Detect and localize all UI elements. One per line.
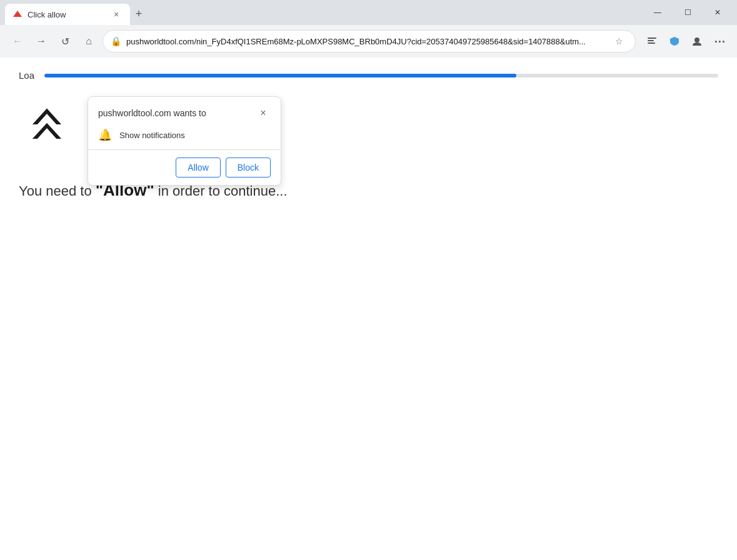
progress-bar-container [44,74,718,78]
progress-bar-fill [44,74,516,78]
block-button[interactable]: Block [226,158,271,178]
back-button[interactable]: ← [8,31,28,51]
forward-button[interactable]: → [31,31,51,51]
bell-icon: 🔔 [98,128,112,142]
svg-marker-0 [13,11,22,17]
message-before: You need to [19,183,96,199]
loading-text: Loa [19,70,34,81]
url-text: pushworldtool.com/nin_FyD4xfQI1SREm68Mz-… [126,37,605,46]
svg-marker-5 [33,109,61,124]
new-tab-button[interactable]: + [130,5,148,22]
svg-rect-2 [648,40,654,41]
lock-icon: 🔒 [111,36,121,46]
svg-rect-1 [648,38,656,39]
popup-close-button[interactable]: × [256,106,271,121]
refresh-button[interactable]: ↺ [55,31,75,51]
toolbar-buttons: ⋯ [642,31,729,51]
page-content: Loa You need to "Allow" in order to cont… [0,58,737,560]
tab-close-button[interactable]: × [110,8,123,21]
allow-button[interactable]: Allow [176,158,220,178]
browser-tab[interactable]: Click allow × [5,4,130,25]
close-button[interactable]: ✕ [703,3,732,22]
svg-rect-3 [648,42,655,44]
double-chevron-logo [19,106,75,143]
popup-notification-row: 🔔 Show notifications [88,126,281,149]
address-bar: ← → ↺ ⌂ 🔒 pushworldtool.com/nin_FyD4xfQI… [0,25,737,58]
url-bar[interactable]: 🔒 pushworldtool.com/nin_FyD4xfQI1SREm68M… [103,30,636,52]
reading-list-button[interactable] [642,31,662,51]
tab-title: Click allow [28,10,66,19]
svg-point-4 [694,38,699,42]
tab-favicon [13,9,23,19]
notification-text: Show notifications [119,131,185,140]
bookmark-icon[interactable]: ☆ [610,32,628,50]
notification-popup: pushworldtool.com wants to × 🔔 Show noti… [88,96,281,186]
minimize-button[interactable]: — [643,3,672,22]
profile-button[interactable] [687,31,707,51]
window-controls: — ☐ ✕ [643,3,732,22]
popup-header: pushworldtool.com wants to × [88,97,281,126]
browser-window: Click allow × + — ☐ ✕ ← → ↺ ⌂ 🔒 pushworl… [0,0,737,560]
menu-button[interactable]: ⋯ [709,31,729,51]
home-button[interactable]: ⌂ [79,31,99,51]
url-actions: ☆ [610,32,628,50]
svg-marker-6 [33,123,61,139]
loading-section: Loa [0,58,737,93]
edge-shield-button[interactable] [664,31,684,51]
popup-actions: Allow Block [88,150,281,185]
title-bar: Click allow × + — ☐ ✕ [0,0,737,25]
maximize-button[interactable]: ☐ [673,3,702,22]
popup-title: pushworldtool.com wants to [98,108,206,118]
